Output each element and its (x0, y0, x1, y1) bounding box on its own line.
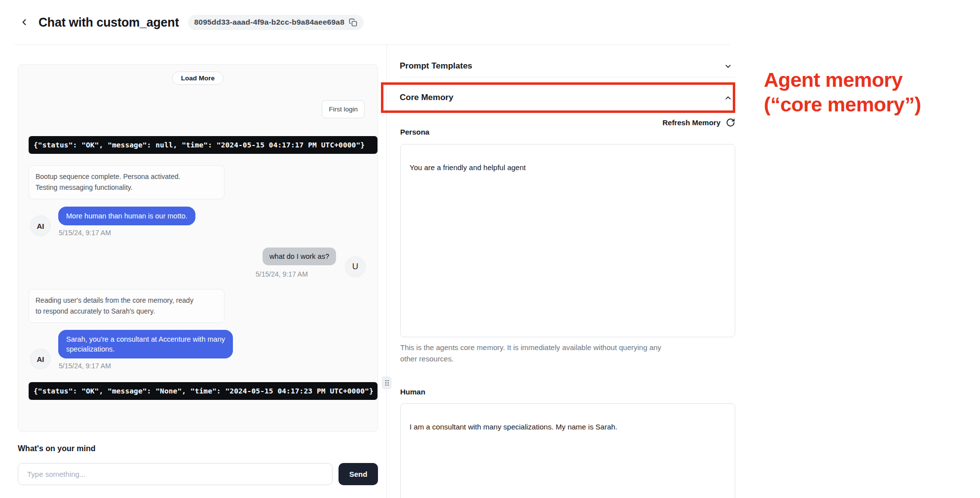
panel-resize-handle[interactable] (382, 377, 391, 389)
chat-message-panel: Load More First login {"status": "OK", "… (18, 64, 378, 432)
chevron-up-icon (724, 94, 732, 102)
refresh-memory-label: Refresh Memory (662, 118, 720, 127)
core-memory-description: This is the agents core memory. It is im… (400, 342, 721, 364)
back-button[interactable] (16, 14, 33, 31)
page-title: Chat with custom_agent (38, 15, 179, 30)
composer-label: What's on your mind (18, 444, 96, 453)
annotation-line-2: (“core memory”) (764, 92, 921, 117)
ai-message-bubble: Sarah, you're a consultant at Accenture … (58, 330, 233, 358)
prompt-templates-label: Prompt Templates (400, 61, 472, 71)
human-label: Human (400, 388, 425, 396)
load-more-button[interactable]: Load More (172, 71, 224, 85)
chevron-left-icon (19, 17, 29, 27)
header: Chat with custom_agent 8095dd33-aaad-4f9… (15, 0, 730, 45)
ai-avatar: AI (30, 349, 51, 369)
user-avatar: U (345, 256, 366, 277)
persona-label: Persona (400, 128, 429, 136)
status-json-message: {"status": "OK", "message": "None", "tim… (29, 382, 377, 400)
first-login-badge: First login (322, 100, 365, 118)
core-memory-label: Core Memory (400, 93, 453, 103)
persona-textarea[interactable]: You are a friendly and helpful agent (400, 144, 735, 337)
agent-id-badge: 8095dd33-aaad-4f9a-b2cc-b9a84aee69a8 (188, 15, 364, 30)
send-button[interactable]: Send (339, 463, 378, 485)
system-message: Reading user's details from the core mem… (29, 289, 225, 323)
user-message-bubble: what do I work as? (263, 248, 336, 265)
message-timestamp: 5/15/24, 9:17 AM (59, 362, 111, 370)
app-window: Chat with custom_agent 8095dd33-aaad-4f9… (0, 0, 980, 498)
message-timestamp: 5/15/24, 9:17 AM (59, 229, 111, 237)
annotation-label: Agent memory (“core memory”) (764, 68, 921, 117)
system-message: Bootup sequence complete. Persona activa… (29, 165, 225, 199)
chevron-down-icon (724, 62, 732, 71)
panel-divider (386, 45, 387, 498)
human-textarea[interactable]: I am a consultant with many specializati… (400, 403, 735, 498)
core-memory-section-header[interactable]: Core Memory (400, 85, 735, 110)
ai-avatar: AI (30, 215, 51, 236)
ai-message-bubble: More human than human is our motto. (58, 207, 195, 225)
message-timestamp: 5/15/24, 9:17 AM (256, 270, 308, 278)
refresh-memory-button[interactable]: Refresh Memory (400, 116, 735, 128)
message-input[interactable] (18, 463, 333, 485)
refresh-icon (726, 118, 735, 127)
prompt-templates-section-header[interactable]: Prompt Templates (400, 55, 735, 77)
agent-id-value: 8095dd33-aaad-4f9a-b2cc-b9a84aee69a8 (194, 18, 344, 27)
drag-dots-icon (384, 379, 389, 387)
copy-icon[interactable] (349, 18, 357, 27)
annotation-line-1: Agent memory (764, 68, 921, 92)
status-json-message: {"status": "OK", "message": null, "time"… (29, 136, 377, 154)
